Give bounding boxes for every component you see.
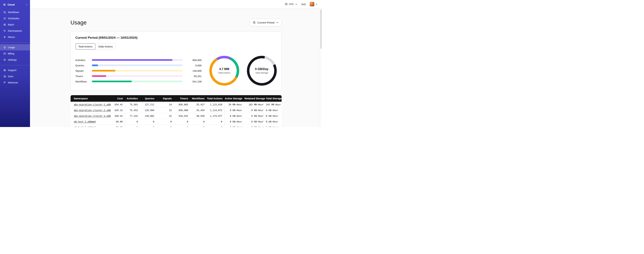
- bar-value: 130,000: [186, 69, 202, 72]
- sidebar-item-settings[interactable]: Settings: [0, 57, 30, 63]
- bar-track: [92, 64, 182, 66]
- bar-label: Activities: [76, 59, 92, 62]
- column-header: Workflows: [190, 95, 207, 102]
- usage-table-body: abs-migration-cluster-1.a98mm4$34.4275,5…: [70, 102, 282, 127]
- value-cell: 1,174,077: [207, 113, 225, 119]
- namespace-cell: abs-migration-cluster-3.a98mm4: [70, 113, 111, 119]
- bar-value: 900,000: [186, 59, 202, 62]
- column-header: Retained Storage: [244, 95, 266, 102]
- bar-value: 5,000: [186, 64, 202, 67]
- scrollbar-track[interactable]: [320, 8, 322, 127]
- asterisk-icon: [3, 36, 6, 38]
- namespace-link[interactable]: a0-test-2.a98mm4: [74, 126, 96, 127]
- table-row: a0-test-1.a98mm4$0.000000000 KB-Hour0 KB…: [70, 119, 282, 124]
- value-cell: 0 KB-Hour: [266, 113, 282, 119]
- value-cell: 0: [157, 124, 174, 127]
- tab-total-actions[interactable]: Total Actions: [76, 44, 96, 50]
- bar-fill: [92, 75, 106, 77]
- sidebar-item-support[interactable]: Support: [0, 67, 30, 73]
- sidebar-item-label: Nexus: [8, 36, 15, 38]
- sidebar-item-welcome[interactable]: Welcome: [0, 80, 30, 86]
- welcome-flag-icon: [3, 81, 6, 84]
- value-cell: 856,865: [174, 102, 190, 108]
- chevron-down-icon: [276, 21, 278, 24]
- value-cell: 0 KB-Hour: [266, 108, 282, 113]
- sidebar: Cloud Workflows Schedules Batch Namespac…: [0, 0, 30, 127]
- value-cell: 0: [190, 124, 207, 127]
- period-selector-button[interactable]: Current Period: [250, 19, 282, 26]
- total-actions-donut: 4.7 MM Total Actions: [209, 56, 239, 86]
- sidebar-item-namespaces[interactable]: Namespaces: [0, 28, 30, 34]
- timezone-selector[interactable]: UTC: [285, 3, 297, 6]
- sidebar-item-label: Batch: [8, 23, 14, 26]
- clock-icon: [3, 17, 6, 20]
- chevron-down-icon: [315, 3, 318, 5]
- sidebar-item-batch[interactable]: Batch: [0, 22, 30, 28]
- timezone-label: UTC: [289, 3, 294, 6]
- namespace-usage-table: Namespace Cost Activities Queries Signal…: [70, 95, 282, 127]
- value-cell: $0.00: [111, 119, 125, 124]
- value-cell: 0: [157, 119, 174, 124]
- table-row: abs-migration-cluster-3.a98mm4$38.4277,3…: [70, 113, 282, 119]
- temporal-logo-icon: [3, 3, 6, 6]
- bar-fill: [92, 80, 132, 82]
- bar-row-activities: Activities900,000: [76, 57, 202, 63]
- clock-icon: [285, 3, 288, 6]
- value-cell: 22: [157, 113, 174, 119]
- layers-icon: [3, 23, 6, 26]
- actions-toggle: Total Actions Daily Actions: [76, 43, 116, 50]
- sidebar-item-label: Welcome: [8, 81, 18, 84]
- sidebar-item-label: Support: [8, 69, 16, 72]
- bar-row-workflows: Workflows541,109: [76, 79, 202, 84]
- sidebar-item-usage[interactable]: Usage: [0, 44, 30, 50]
- credit-card-icon: [3, 52, 6, 55]
- donut-center: 4.7 MM Total Actions: [212, 58, 237, 83]
- column-header: Activities: [125, 95, 140, 102]
- bar-fill: [92, 59, 172, 61]
- sidebar-item-docs[interactable]: Docs: [0, 73, 30, 80]
- period-selector-label: Current Period: [258, 21, 274, 24]
- column-header: Total Storage: [266, 95, 282, 102]
- brand-label: Cloud: [8, 3, 15, 6]
- namespace-cell: abs-migration-cluster-2.a98mm4: [70, 108, 111, 113]
- namespace-link[interactable]: abs-migration-cluster-1.a98mm4: [74, 103, 111, 106]
- value-cell: 0: [207, 124, 225, 127]
- donut-value: 4.7 MM: [219, 67, 229, 71]
- lifebuoy-icon: [3, 69, 6, 72]
- account-menu[interactable]: [310, 2, 318, 6]
- value-cell: 0 KB-Hour: [244, 119, 266, 124]
- sidebar-item-nexus[interactable]: Nexus: [0, 34, 30, 40]
- table-row: a0-test-2.a98mm4$0.000000000 KB-Hour0 KB…: [70, 124, 282, 127]
- value-cell: $34.42: [111, 102, 125, 108]
- value-cell: 75,501: [125, 102, 140, 108]
- bar-label: Timers: [76, 75, 92, 78]
- column-header: Cost: [111, 95, 125, 102]
- value-cell: 0: [140, 119, 157, 124]
- sidebar-item-workflows[interactable]: Workflows: [0, 9, 30, 15]
- main-content: Usage Current Period Current Period (09/…: [30, 8, 322, 127]
- bar-track: [92, 75, 182, 77]
- donut-center: 0 GB/Day Total Storage: [250, 58, 274, 83]
- tab-daily-actions[interactable]: Daily Actions: [96, 44, 116, 50]
- sidebar-item-label: Schedules: [8, 17, 19, 20]
- value-cell: 77,332: [125, 113, 140, 119]
- main-column: UTC Usage Current Period: [30, 0, 322, 127]
- value-cell: 0: [207, 119, 225, 124]
- sidebar-item-schedules[interactable]: Schedules: [0, 15, 30, 22]
- page-header: Usage Current Period: [70, 19, 282, 26]
- bar-row-signals: Signals130,000: [76, 68, 202, 74]
- sidebar-item-billing[interactable]: Billing: [0, 50, 30, 57]
- namespace-link[interactable]: a0-test-1.a98mm4: [74, 120, 96, 123]
- value-cell: 0 KB-Hour: [244, 108, 266, 113]
- scrollbar-thumb[interactable]: [320, 10, 322, 49]
- column-header: Total Actions: [207, 95, 225, 102]
- sidebar-collapse-button[interactable]: [26, 3, 28, 6]
- bar-fill: [92, 64, 98, 66]
- glasses-icon[interactable]: [302, 3, 306, 6]
- namespace-link[interactable]: abs-migration-cluster-2.a98mm4: [74, 109, 111, 112]
- namespace-link[interactable]: abs-migration-cluster-3.a98mm4: [74, 114, 111, 117]
- bar-value: 541,109: [186, 80, 202, 83]
- value-cell: 0: [125, 124, 140, 127]
- value-cell: 0 KB-Hour: [266, 124, 282, 127]
- value-cell: 0: [125, 119, 140, 124]
